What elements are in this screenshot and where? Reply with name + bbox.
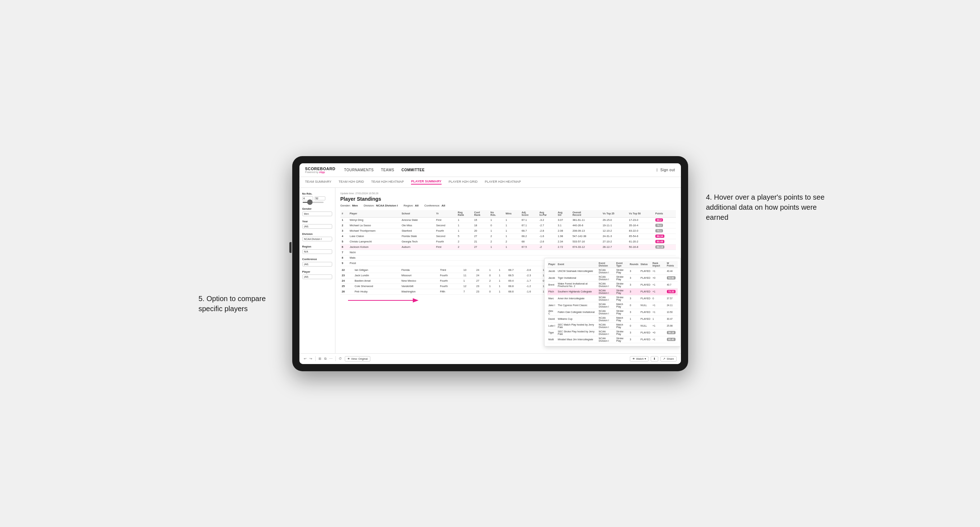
region-select[interactable]: N/A	[302, 249, 332, 254]
conf-rank-cell: 21	[473, 239, 489, 244]
vs25-cell	[601, 250, 627, 255]
more-icon[interactable]: ⋯	[329, 357, 332, 360]
share-button[interactable]: ↗ Share	[660, 356, 676, 362]
nav-bar: SCOREBOARD Powered by clipp TOURNAMENTS …	[299, 163, 681, 177]
share-label: Share	[667, 357, 674, 360]
avg-par-cell: -2.8	[538, 228, 557, 233]
tt-status: PLAYED	[640, 295, 651, 302]
tt-player: Marc	[547, 295, 557, 302]
separator-2	[336, 356, 336, 361]
tt-division: NCAA Division I	[598, 302, 616, 309]
nav-committee[interactable]: COMMITTEE	[401, 168, 425, 172]
undo-icon[interactable]: ↩	[304, 357, 307, 360]
tt-rounds: 3	[629, 275, 640, 281]
wins-cell	[504, 255, 520, 260]
grid-icon[interactable]: ⊞	[318, 357, 321, 360]
region-label: Region	[302, 245, 332, 248]
nav-tournaments[interactable]: TOURNAMENTS	[344, 168, 374, 172]
points-badge[interactable]: 76.2	[655, 224, 663, 227]
player-select[interactable]: (All)	[302, 275, 332, 279]
tt-event: Mirabel Maui Jim Intercollegiate	[557, 336, 598, 343]
copy-icon[interactable]: ⧉	[324, 357, 326, 361]
yr-cell	[435, 255, 457, 260]
avg-par-cell: -2.7	[538, 223, 557, 228]
tab-player-summary[interactable]: PLAYER SUMMARY	[411, 179, 441, 184]
filter-region: Region: All	[403, 204, 418, 207]
avg-sg-cell: 2.08	[557, 228, 571, 233]
sign-out-link[interactable]: Sign out	[660, 168, 675, 172]
no-rds-cell: 1	[489, 217, 504, 223]
tooltip-th-rounds: Rounds	[629, 261, 640, 268]
player-name: Prest	[348, 260, 400, 266]
sidebar-year: Year (All)	[302, 220, 332, 229]
adj-score-cell	[520, 260, 538, 266]
tt-type: Stroke Play	[615, 281, 628, 288]
tt-status: PLAYED	[640, 281, 651, 288]
tab-team-summary[interactable]: TEAM SUMMARY	[305, 180, 331, 184]
avg-par-cell: -1.2	[525, 284, 541, 289]
points-badge[interactable]: 80.49	[655, 240, 665, 243]
points-badge[interactable]: 68.18	[655, 245, 665, 249]
school-cell: New Mexico	[400, 278, 438, 284]
no-rds-cell: 0	[489, 223, 504, 228]
adj-score-cell: 69.4	[507, 278, 525, 284]
tab-team-h2h-heatmap[interactable]: TEAM H2H HEATMAP	[371, 180, 404, 184]
tt-division: NCAA Division I	[598, 281, 616, 288]
avg-par-cell: -1.7	[525, 278, 541, 284]
download-icon: ⬇	[653, 357, 656, 360]
clock-icon[interactable]: ⏱	[339, 357, 342, 360]
points-badge[interactable]: 88.2	[655, 218, 663, 222]
tt-division: NCAA Division I	[598, 309, 616, 316]
conf-rank-cell: 15	[473, 217, 489, 223]
adj-score-cell: 67.1	[520, 223, 538, 228]
redo-icon[interactable]: ↪	[310, 357, 312, 360]
view-original-button[interactable]: 👁 View: Original	[345, 356, 370, 362]
tt-wpoints: 24.11	[666, 302, 678, 309]
tab-player-h2h-grid[interactable]: PLAYER H2H GRID	[449, 180, 477, 184]
points-badge[interactable]: 88.34	[655, 235, 665, 238]
tooltip-th-event: Event	[557, 261, 598, 268]
tt-event: Amer Am Intercollegiate	[557, 295, 598, 302]
nav-teams[interactable]: TEAMS	[381, 168, 395, 172]
sidebar: No Rds. Gender Men Women	[299, 188, 336, 353]
yr-cell: Second	[435, 223, 457, 228]
no-rds-slider[interactable]	[302, 202, 324, 203]
player-name: Jack Lundin	[353, 273, 400, 278]
adj-score-cell: 68.2	[520, 233, 538, 239]
points-cell: 88.2	[654, 217, 676, 223]
th-no-rds: NoRds.	[489, 210, 504, 217]
avg-par-cell: -0.8	[525, 268, 541, 273]
vs25-cell: 19-11-1	[601, 223, 627, 228]
player-name: Petr Hruby	[353, 289, 400, 294]
tt-division: NCAA Division I	[598, 336, 616, 343]
year-select[interactable]: (All)	[302, 224, 332, 229]
watch-button[interactable]: 👁 Watch ▾	[630, 356, 649, 362]
view-original-label: View: Original	[351, 357, 368, 360]
tt-rank-impact: +1	[651, 268, 666, 275]
tooltip-row: Luke I SEC Match Play hosted by Jerry Pa…	[547, 322, 678, 329]
tt-player: Luke I	[547, 322, 557, 329]
tab-team-h2h-grid[interactable]: TEAM H2H GRID	[339, 180, 364, 184]
download-button[interactable]: ⬇	[651, 356, 658, 362]
tt-rounds: 3	[629, 281, 640, 288]
th-school: School	[400, 210, 435, 217]
filter-conference-label: Conference:	[424, 204, 440, 207]
points-badge[interactable]: 70.1	[655, 229, 663, 232]
school-cell: Stanford	[400, 228, 435, 233]
tt-wpoints: 37.57	[666, 295, 678, 302]
gender-select[interactable]: Men Women	[302, 211, 332, 216]
avg-sg-cell	[557, 250, 571, 255]
reg-rank-cell: 2	[457, 239, 473, 244]
sidebar-no-rds: No Rds.	[302, 192, 332, 203]
school-cell	[400, 255, 435, 260]
tt-rounds: 1	[629, 316, 640, 322]
table-row: 4 Luke Claton Florida State Second 5 27 …	[340, 233, 676, 239]
conf-rank-cell	[473, 255, 489, 260]
conference-select[interactable]: (All)	[302, 262, 332, 267]
tab-player-h2h-heatmap[interactable]: PLAYER H2H HEATMAP	[485, 180, 521, 184]
division-select[interactable]: NCAA Division I	[302, 237, 332, 241]
wins-cell: 1	[504, 233, 520, 239]
eye-icon: 👁	[632, 357, 635, 360]
tt-status: NULL	[640, 322, 651, 329]
reg-rank-cell: 1	[457, 217, 473, 223]
